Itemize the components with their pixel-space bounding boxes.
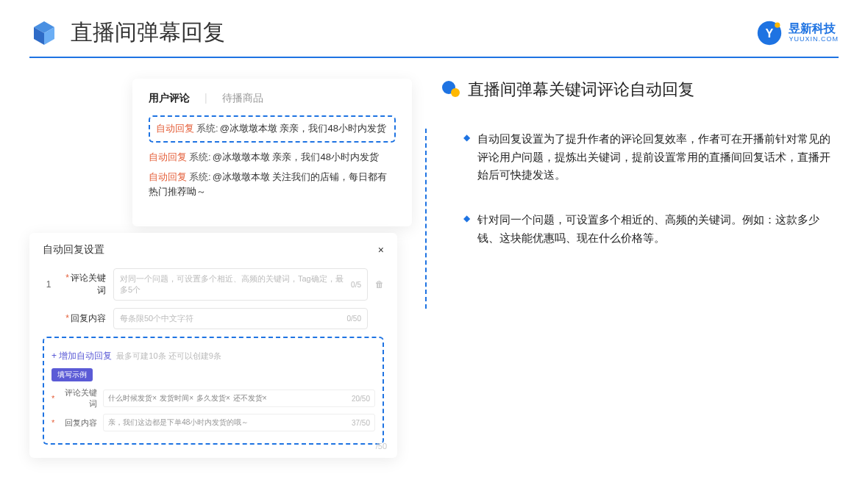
close-icon[interactable]: × xyxy=(378,244,384,256)
comment-row: 自动回复系统:@冰墩墩本墩 亲亲，我们48小时内发货 xyxy=(149,150,396,165)
keyword-input[interactable]: 对同一个问题，可设置多个相近、高频的关键词，Tag确定，最多5个0/5 xyxy=(113,268,368,301)
comment-row: 自动回复系统:@冰墩墩本墩 关注我们的店铺，每日都有热门推荐呦～ xyxy=(149,170,396,201)
row-number: 1 xyxy=(43,279,54,290)
highlighted-comment: 自动回复系统:@冰墩墩本墩 亲亲，我们48小时内发货 xyxy=(149,115,396,143)
delete-icon[interactable]: 🗑 xyxy=(375,279,384,290)
svg-text:Y: Y xyxy=(766,26,774,40)
tab-user-comments[interactable]: 用户评论 xyxy=(149,92,190,105)
section-title: 直播间弹幕关键词评论自动回复 xyxy=(468,79,694,101)
auto-reply-settings-dialog: 自动回复设置 × 1 *评论关键词 对同一个问题，可设置多个相近、高频的关键词，… xyxy=(29,233,397,458)
example-content: 亲，我们这边都是下单48小时内发货的哦～37/50 xyxy=(103,414,375,431)
bullet-item: ◆ 自动回复设置为了提升作者的评论回复效率，作者可在开播前针对常见的评论用户问题… xyxy=(441,130,839,184)
content-input[interactable]: 每条限50个中文字符0/50 xyxy=(113,308,368,329)
svg-point-1 xyxy=(775,22,780,27)
chat-icon xyxy=(441,80,460,99)
tab-pending-goods[interactable]: 待播商品 xyxy=(222,92,263,105)
example-box: + 增加自动回复最多可建10条 还可以创建9条 填写示例 *评论关键词 什么时候… xyxy=(43,337,384,445)
page-title: 直播间弹幕回复 xyxy=(71,18,225,48)
brand-logo: Y 昱新科技YUUXIN.COM xyxy=(756,20,839,46)
connector-line xyxy=(425,129,427,309)
bullet-item: ◆ 针对同一个问题，可设置多个相近的、高频的关键词。例如：这款多少钱、这块能优惠… xyxy=(441,211,839,247)
example-badge: 填写示例 xyxy=(51,368,93,381)
divider xyxy=(29,57,839,58)
cube-icon xyxy=(29,18,59,48)
add-reply-link[interactable]: + 增加自动回复 xyxy=(51,351,112,361)
dialog-title: 自动回复设置 xyxy=(43,243,104,256)
example-keywords: 什么时候发货×发货时间×多久发货×还不发货× 20/50 xyxy=(103,390,375,407)
svg-point-3 xyxy=(451,88,460,97)
comments-panel: 用户评论 | 待播商品 自动回复系统:@冰墩墩本墩 亲亲，我们48小时内发货 自… xyxy=(132,79,412,226)
